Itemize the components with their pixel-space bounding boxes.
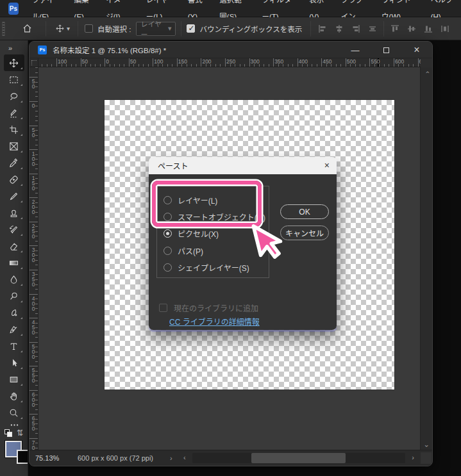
vertical-scrollbar[interactable]: › ›	[420, 67, 432, 451]
menu-bar: Ps ファイル(F)編集(E)イメージ(I)レイヤー(L)書式(Y)選択範囲(S…	[0, 0, 461, 17]
document-title: 名称未設定 1 @ 75.1% (RGB/8#) *	[53, 45, 166, 55]
scroll-right-icon[interactable]: ›	[412, 454, 414, 461]
radio-icon	[163, 229, 172, 238]
object-selection-tool[interactable]	[4, 104, 24, 121]
tool-palette: »	[0, 40, 28, 476]
hand-tool[interactable]	[4, 388, 24, 404]
dialog-title: ペースト	[158, 160, 188, 171]
document-titlebar[interactable]: Ps 名称未設定 1 @ 75.1% (RGB/8#) * — ×	[29, 42, 432, 58]
add-to-library-checkbox[interactable]	[159, 304, 167, 312]
align-vertical-centers-icon[interactable]	[403, 21, 420, 37]
drag-grip[interactable]	[2, 22, 5, 36]
auto-select-checkbox[interactable]	[85, 24, 93, 33]
auto-select-label: 自動選択 :	[97, 24, 131, 34]
lasso-tool[interactable]	[4, 88, 24, 104]
scrollbar-track[interactable]	[192, 453, 405, 463]
blur-tool[interactable]	[4, 271, 24, 288]
type-tool[interactable]	[4, 338, 24, 354]
gradient-tool[interactable]	[4, 254, 24, 271]
smudge-tool[interactable]	[4, 304, 24, 321]
ruler-origin-corner[interactable]	[29, 58, 38, 67]
rectangle-tool[interactable]	[4, 371, 24, 388]
maximize-icon	[383, 47, 389, 53]
radio-icon	[163, 247, 172, 255]
align-horizontal-centers-icon[interactable]	[331, 21, 348, 37]
bounding-box-checkbox[interactable]	[187, 24, 195, 33]
marquee-tool[interactable]	[4, 71, 24, 88]
background-color-swatch[interactable]	[17, 450, 28, 464]
move-tool-preset-icon[interactable]: ▾	[55, 24, 70, 33]
distribute-horizontal-icon[interactable]	[364, 21, 381, 37]
minimize-button[interactable]: —	[340, 42, 371, 58]
distribute-vertical-icon[interactable]	[437, 21, 453, 37]
healing-brush-tool[interactable]	[4, 171, 24, 188]
align-top-edges-icon[interactable]	[387, 21, 403, 37]
crop-tool[interactable]	[4, 121, 24, 138]
history-brush-tool[interactable]	[4, 221, 24, 238]
bounding-box-label: バウンディングボックスを表示	[199, 24, 302, 34]
paste-as-option[interactable]: シェイプレイヤー(S)	[163, 259, 269, 275]
options-bar: ▾ 自動選択 : レイヤー ▾ バウンディングボックスを表示	[0, 17, 461, 40]
clone-stamp-tool[interactable]	[4, 204, 24, 221]
dialog-titlebar[interactable]: ペースト ×	[149, 157, 337, 174]
tool-list	[0, 54, 28, 421]
maximize-button[interactable]	[371, 42, 401, 58]
vertical-ruler[interactable]: 5005010015020025030035040045050055060065…	[29, 67, 38, 451]
eyedropper-tool[interactable]	[4, 154, 24, 171]
annotation-highlight-box	[152, 181, 262, 227]
brush-tool[interactable]	[4, 188, 24, 204]
eraser-tool[interactable]	[4, 238, 24, 254]
zoom-level-field[interactable]: 75.13%	[35, 454, 72, 462]
distribute-buttons	[387, 21, 453, 37]
swap-colors-icon[interactable]: ⇄	[15, 429, 25, 436]
home-button[interactable]	[22, 23, 33, 34]
frame-tool[interactable]	[4, 138, 24, 154]
status-options-chevron-icon[interactable]: ›	[170, 454, 172, 462]
scrollbar-corner	[421, 452, 432, 464]
horizontal-scrollbar[interactable]: ‹ ›	[183, 450, 419, 466]
align-left-edges-icon[interactable]	[314, 21, 331, 37]
status-bar: 75.13% 600 px x 600 px (72 ppi) › ‹ ›	[29, 450, 432, 466]
move-tool[interactable]	[4, 54, 24, 71]
chevron-down-icon: ▾	[168, 24, 172, 33]
align-bottom-edges-icon[interactable]	[420, 21, 437, 37]
collapse-panel-icon[interactable]: »	[8, 44, 28, 52]
auto-select-dropdown[interactable]: レイヤー ▾	[136, 22, 176, 36]
dodge-tool[interactable]	[4, 288, 24, 304]
horizontal-ruler[interactable]: 1005005010015020025030035040045050055060…	[38, 58, 421, 67]
photoshop-logo-icon: Ps	[8, 3, 19, 15]
path-selection-tool[interactable]	[4, 354, 24, 371]
photoshop-app: Ps ファイル(F)編集(E)イメージ(I)レイヤー(L)書式(Y)選択範囲(S…	[0, 0, 461, 476]
cc-library-link[interactable]: CC ライブラリの詳細情報	[169, 316, 260, 327]
color-controls: ⇄	[0, 428, 28, 476]
pen-tool[interactable]	[4, 321, 24, 338]
radio-icon	[163, 263, 172, 272]
scroll-up-icon[interactable]: ›	[421, 67, 433, 78]
align-right-edges-icon[interactable]	[348, 21, 364, 37]
add-to-library-label: 現在のライブラリに追加	[174, 302, 258, 313]
document-icon: Ps	[38, 45, 47, 54]
scrollbar-thumb[interactable]	[251, 453, 346, 463]
dialog-close-icon[interactable]: ×	[324, 160, 330, 170]
chevron-down-icon: ▾	[67, 25, 70, 32]
align-buttons	[314, 21, 381, 37]
close-button[interactable]: ×	[401, 42, 432, 58]
scroll-left-icon[interactable]: ‹	[183, 454, 186, 461]
document-info[interactable]: 600 px x 600 px (72 ppi)	[78, 454, 153, 462]
